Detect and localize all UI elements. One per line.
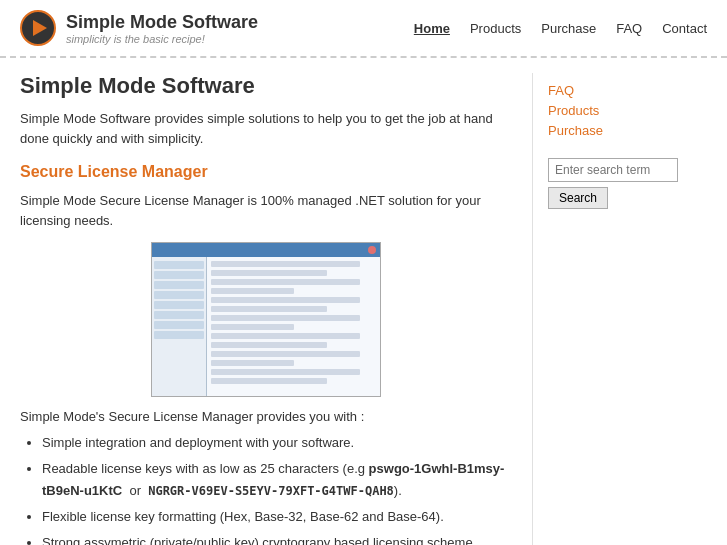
nav-purchase[interactable]: Purchase [541, 21, 596, 36]
search-button[interactable]: Search [548, 187, 608, 209]
logo-subtitle: simplicity is the basic recipe! [66, 33, 258, 45]
feature-list: Simple integration and deployment with y… [20, 432, 512, 545]
product-screenshot [151, 242, 381, 397]
section-desc: Simple Mode Secure License Manager is 10… [20, 191, 512, 230]
logo-area: Simple Mode Software simplicity is the b… [20, 10, 258, 46]
search-area: Search [548, 158, 692, 209]
section-provide: Simple Mode's Secure License Manager pro… [20, 409, 512, 424]
section-title: Secure License Manager [20, 163, 512, 181]
main-nav: Home Products Purchase FAQ Contact [414, 21, 707, 36]
search-input[interactable] [548, 158, 678, 182]
logo-text-area: Simple Mode Software simplicity is the b… [66, 12, 258, 45]
sidebar-link-faq[interactable]: FAQ [548, 83, 692, 98]
feature-item-2: Readable license keys with as low as 25 … [42, 458, 512, 502]
nav-faq[interactable]: FAQ [616, 21, 642, 36]
feature-item-1: Simple integration and deployment with y… [42, 432, 512, 454]
nav-products[interactable]: Products [470, 21, 521, 36]
content-area: Simple Mode Software Simple Mode Softwar… [20, 73, 512, 545]
page-title: Simple Mode Software [20, 73, 512, 99]
feature-item-4: Strong assymetric (private/public key) c… [42, 532, 512, 545]
header: Simple Mode Software simplicity is the b… [0, 0, 727, 58]
sidebar-link-purchase[interactable]: Purchase [548, 123, 692, 138]
sidebar-links: FAQ Products Purchase [548, 83, 692, 138]
main-layout: Simple Mode Software Simple Mode Softwar… [0, 58, 727, 545]
logo-title: Simple Mode Software [66, 12, 258, 33]
sidebar: FAQ Products Purchase Search [532, 73, 707, 545]
intro-text: Simple Mode Software provides simple sol… [20, 109, 512, 148]
feature-item-3: Flexible license key formatting (Hex, Ba… [42, 506, 512, 528]
logo-icon [20, 10, 56, 46]
nav-contact[interactable]: Contact [662, 21, 707, 36]
nav-home[interactable]: Home [414, 21, 450, 36]
sidebar-link-products[interactable]: Products [548, 103, 692, 118]
